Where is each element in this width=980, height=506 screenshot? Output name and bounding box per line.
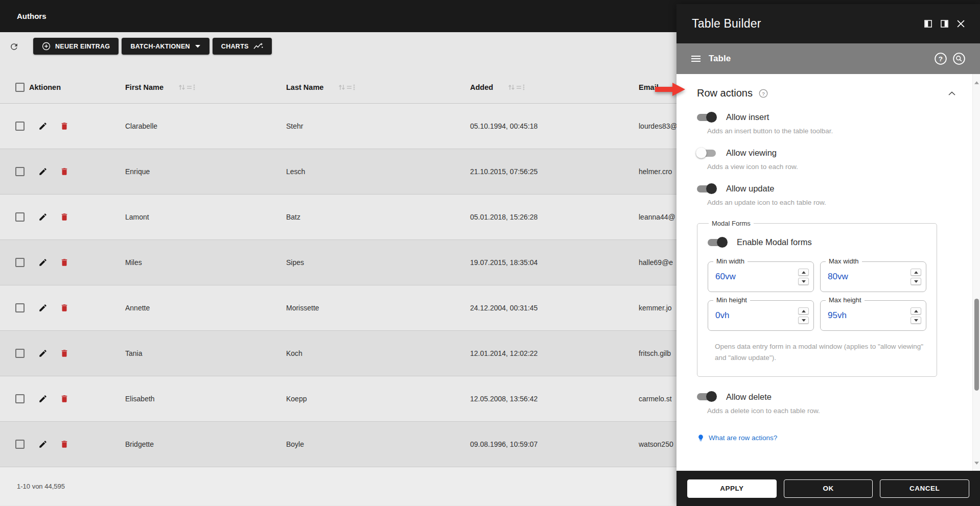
section-help-icon[interactable]: ? — [759, 89, 768, 98]
cell-added: 19.07.2015, 18:35:04 — [470, 258, 639, 267]
dock-left-icon[interactable] — [924, 20, 932, 28]
spinner-up-button[interactable] — [911, 307, 921, 315]
delete-trash-icon[interactable] — [60, 394, 69, 403]
row-checkbox[interactable] — [15, 394, 25, 403]
new-entry-button[interactable]: NEUER EINTRAG — [33, 38, 119, 55]
panel-scrollbar[interactable] — [972, 74, 980, 471]
delete-trash-icon[interactable] — [60, 167, 69, 176]
scroll-down-arrow[interactable] — [974, 457, 979, 467]
cell-first-name: Lamont — [125, 213, 286, 221]
edit-pencil-icon[interactable] — [38, 349, 48, 358]
edit-pencil-icon[interactable] — [38, 167, 48, 176]
cell-added: 05.10.1994, 00:45:18 — [470, 122, 639, 130]
charts-button[interactable]: CHARTS — [213, 38, 272, 55]
cell-email: leanna44@ — [639, 213, 676, 221]
spinner-down-button[interactable] — [798, 317, 809, 324]
cell-added: 21.10.2015, 07:56:25 — [470, 167, 639, 176]
cancel-button[interactable]: CANCEL — [880, 479, 969, 498]
spinner-up-button[interactable] — [911, 269, 921, 276]
edit-pencil-icon[interactable] — [38, 303, 48, 312]
spinner-down-button[interactable] — [798, 278, 809, 285]
row-checkbox[interactable] — [15, 440, 25, 449]
help-circle-icon[interactable]: ? — [934, 52, 947, 65]
toggle-switch[interactable] — [697, 114, 716, 121]
edit-pencil-icon[interactable] — [38, 394, 48, 403]
what-are-row-actions-link[interactable]: What are row actions? — [709, 434, 777, 442]
size-input-field[interactable]: Min height 0vh — [708, 300, 814, 331]
allow-delete-toggle[interactable] — [697, 393, 716, 400]
scroll-up-arrow[interactable] — [974, 77, 979, 86]
toggle-label: Allow delete — [726, 392, 772, 402]
table-row: Bridgette Boyle 09.08.1996, 10:59:07 wat… — [0, 422, 676, 467]
toggle-label: Allow viewing — [726, 148, 777, 158]
panel-header: Table Builder — [676, 4, 980, 43]
delete-trash-icon[interactable] — [60, 212, 69, 222]
row-checkbox[interactable] — [15, 212, 25, 222]
hamburger-menu-icon[interactable] — [691, 55, 701, 62]
cell-email: halle69@e — [639, 258, 676, 267]
table-row: Miles Sipes 19.07.2015, 18:35:04 halle69… — [0, 240, 676, 285]
panel-nav-label: Table — [709, 54, 731, 64]
edit-pencil-icon[interactable] — [38, 212, 48, 222]
caret-down-icon — [195, 44, 201, 49]
charts-label: CHARTS — [221, 43, 249, 50]
cell-first-name: Clarabelle — [125, 122, 286, 130]
close-icon[interactable] — [957, 20, 965, 28]
delete-trash-icon[interactable] — [60, 349, 69, 358]
cell-added: 05.01.2018, 15:26:28 — [470, 213, 639, 221]
size-input-field[interactable]: Min width 60vw — [708, 261, 814, 292]
collapse-chevron-icon[interactable] — [948, 91, 958, 95]
plus-circle-icon — [42, 42, 51, 51]
delete-trash-icon[interactable] — [60, 122, 69, 131]
delete-trash-icon[interactable] — [60, 440, 69, 449]
page-title: Authors — [17, 12, 46, 20]
edit-pencil-icon[interactable] — [38, 258, 48, 267]
field-value[interactable]: 80vw — [828, 272, 848, 282]
delete-trash-icon[interactable] — [60, 303, 69, 312]
field-value[interactable]: 60vw — [715, 272, 736, 282]
svg-text:?: ? — [939, 55, 943, 63]
toggle-switch[interactable] — [697, 150, 716, 157]
dock-right-icon[interactable] — [941, 20, 948, 28]
column-header-added: Added — [470, 83, 493, 91]
edit-pencil-icon[interactable] — [38, 122, 48, 131]
cell-added: 12.05.2008, 13:56:42 — [470, 395, 639, 403]
batch-actions-button[interactable]: BATCH-AKTIONEN — [122, 38, 209, 55]
enable-modal-forms-toggle[interactable] — [708, 239, 727, 246]
sort-filter-icon[interactable] — [338, 84, 356, 91]
field-value[interactable]: 0vh — [715, 310, 729, 321]
size-input-field[interactable]: Max width 80vw — [820, 261, 926, 292]
cell-last-name: Morissette — [286, 304, 470, 312]
table-header-row: Aktionen First Name Last Name Added Emai… — [0, 71, 676, 104]
modal-forms-note: Opens data entry form in a modal window … — [715, 341, 924, 364]
refresh-icon[interactable] — [9, 42, 19, 52]
size-input-field[interactable]: Max height 95vh — [820, 300, 926, 331]
row-checkbox[interactable] — [15, 349, 25, 358]
row-checkbox[interactable] — [15, 258, 25, 267]
toggle-row: Allow insert — [697, 112, 958, 122]
spinner-down-button[interactable] — [911, 317, 921, 324]
delete-trash-icon[interactable] — [60, 258, 69, 267]
row-checkbox[interactable] — [15, 122, 25, 131]
sort-filter-icon[interactable] — [178, 84, 196, 91]
spinner-up-button[interactable] — [798, 269, 809, 276]
toggle-switch[interactable] — [697, 185, 716, 192]
edit-pencil-icon[interactable] — [38, 440, 48, 449]
cell-first-name: Miles — [125, 258, 286, 267]
row-checkbox[interactable] — [15, 303, 25, 312]
field-value[interactable]: 95vh — [828, 310, 847, 321]
spinner-down-button[interactable] — [911, 278, 921, 285]
ok-button[interactable]: OK — [784, 479, 873, 498]
cell-added: 24.12.2004, 00:31:45 — [470, 304, 639, 312]
sort-filter-icon[interactable] — [507, 84, 526, 91]
row-checkbox[interactable] — [15, 167, 25, 176]
scrollbar-thumb[interactable] — [974, 299, 979, 391]
select-all-checkbox[interactable] — [15, 83, 25, 92]
apply-button[interactable]: APPLY — [687, 479, 777, 498]
svg-text:?: ? — [762, 90, 765, 96]
search-circle-icon[interactable] — [952, 52, 966, 65]
spinner-up-button[interactable] — [798, 307, 809, 315]
cell-last-name: Stehr — [286, 122, 470, 130]
toggle-label: Allow update — [726, 184, 774, 194]
panel-footer: APPLY OK CANCEL — [676, 471, 980, 506]
